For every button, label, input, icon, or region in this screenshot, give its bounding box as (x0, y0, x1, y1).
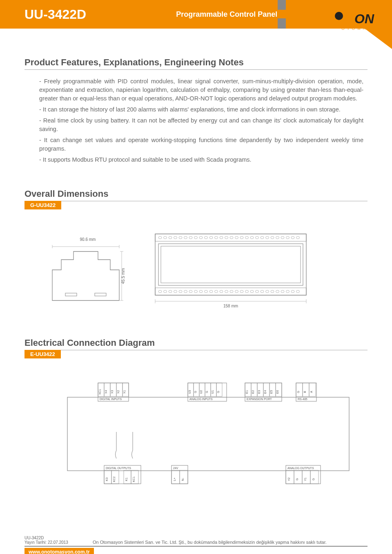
svg-point-41 (261, 236, 264, 239)
svg-text:G: G (205, 391, 208, 393)
svg-point-67 (250, 290, 254, 293)
features-title: Product Features, Explanations, Engineer… (24, 57, 368, 70)
svg-point-44 (276, 236, 279, 239)
svg-rect-138 (172, 470, 180, 484)
svg-point-51 (169, 290, 172, 293)
svg-point-39 (250, 236, 254, 239)
svg-point-50 (164, 290, 167, 293)
svg-rect-122 (303, 383, 309, 396)
svg-point-49 (158, 290, 162, 293)
svg-text:K3: K3 (105, 478, 108, 481)
page-footer: UU-3422D Yayın Tarihi: 22.07.2013 On Oto… (0, 536, 392, 554)
svg-point-29 (199, 236, 203, 239)
svg-text:158 mm: 158 mm (223, 304, 238, 308)
svg-point-23 (169, 236, 172, 239)
svg-point-66 (245, 290, 249, 293)
svg-point-64 (235, 290, 238, 293)
svg-point-25 (179, 236, 182, 239)
svg-text:G: G (312, 478, 315, 480)
svg-point-47 (291, 236, 294, 239)
svg-rect-16 (161, 246, 301, 283)
svg-rect-148 (302, 470, 310, 484)
svg-rect-15 (158, 244, 303, 285)
product-code: UU-3422D (24, 7, 86, 22)
svg-point-62 (225, 290, 228, 293)
svg-point-73 (281, 290, 284, 293)
dimensions-drawing: 90.6 mm 45.5 mm (24, 230, 368, 313)
svg-text:ON: ON (354, 11, 374, 26)
svg-point-42 (266, 236, 269, 239)
svg-point-59 (209, 290, 213, 293)
svg-point-71 (271, 290, 274, 293)
svg-point-21 (158, 236, 162, 239)
svg-rect-132 (124, 470, 131, 484)
dimensions-tag: G-UU3422 (24, 201, 61, 209)
svg-point-53 (179, 290, 182, 293)
svg-text:X1: X1 (123, 390, 126, 394)
svg-point-76 (296, 290, 300, 293)
svg-point-55 (189, 290, 192, 293)
svg-text:U2: U2 (200, 390, 203, 394)
svg-rect-96 (199, 383, 205, 396)
svg-rect-84 (110, 383, 116, 396)
svg-point-30 (205, 236, 208, 239)
svg-point-38 (245, 236, 249, 239)
svg-text:24V: 24V (173, 467, 178, 469)
svg-point-52 (174, 290, 177, 293)
front-view-icon: 158 mm (151, 230, 314, 311)
svg-rect-102 (216, 383, 222, 396)
svg-text:O T O M A S Y O N: O T O M A S Y O N (342, 27, 387, 31)
svg-point-61 (220, 290, 223, 293)
svg-rect-82 (104, 383, 110, 396)
svg-text:Y2: Y2 (287, 478, 290, 481)
svg-text:E4: E4 (264, 390, 267, 394)
svg-text:XC1: XC1 (98, 389, 101, 395)
svg-rect-12 (155, 234, 306, 295)
svg-rect-114 (270, 383, 276, 396)
svg-text:Y1: Y1 (304, 478, 307, 481)
svg-text:K1: K1 (125, 478, 128, 481)
svg-point-34 (225, 236, 228, 239)
svg-rect-86 (116, 383, 122, 396)
svg-rect-108 (251, 383, 257, 396)
side-view-icon: 45.5 mm (49, 243, 127, 305)
svg-rect-146 (294, 470, 302, 484)
svg-point-0 (335, 12, 343, 20)
svg-point-58 (205, 290, 208, 293)
feature-item: - It supports Modbus RTU protocol and su… (39, 156, 363, 164)
svg-rect-110 (257, 383, 263, 396)
svg-rect-120 (296, 383, 303, 396)
svg-text:B: B (303, 391, 306, 393)
footer-date: Yayın Tarihi: 22.07.2013 (24, 540, 68, 545)
feature-item: - It can storage the history of last 200… (39, 105, 363, 114)
svg-point-54 (184, 290, 187, 293)
svg-point-74 (286, 290, 290, 293)
svg-point-31 (209, 236, 213, 239)
svg-point-72 (276, 290, 279, 293)
svg-text:U3: U3 (188, 390, 191, 394)
svg-rect-140 (180, 470, 188, 484)
footer-legal: On Otomasyon Sistemleri San. ve Tic. Ltd… (93, 540, 368, 545)
dimensions-title: Overall Dimensions (24, 189, 368, 201)
svg-rect-124 (309, 383, 316, 396)
svg-text:EXPANSION PORT: EXPANSION PORT (247, 398, 272, 400)
svg-point-69 (261, 290, 264, 293)
svg-rect-106 (245, 383, 251, 396)
footer-url: www.onotomasyon.com.tr (24, 548, 94, 554)
features-list: - Freely programmable with PID control m… (24, 77, 368, 164)
svg-text:G: G (296, 478, 298, 480)
svg-text:L+: L+ (173, 478, 176, 481)
svg-text:G: G (217, 391, 220, 393)
svg-text:X2: X2 (117, 390, 120, 394)
svg-text:X4: X4 (105, 390, 107, 394)
svg-rect-13 (155, 234, 306, 241)
svg-rect-98 (205, 383, 211, 396)
svg-point-46 (286, 236, 290, 239)
brand-logo: ON O T O M A S Y O N (331, 6, 388, 37)
svg-point-48 (296, 236, 300, 239)
electrical-title: Electrical Connection Diagram (24, 338, 368, 350)
svg-point-40 (256, 236, 259, 239)
feature-item: - Real time clock by using battery. It c… (39, 116, 363, 133)
svg-text:E6: E6 (276, 390, 279, 394)
svg-text:KC1: KC1 (132, 476, 135, 482)
